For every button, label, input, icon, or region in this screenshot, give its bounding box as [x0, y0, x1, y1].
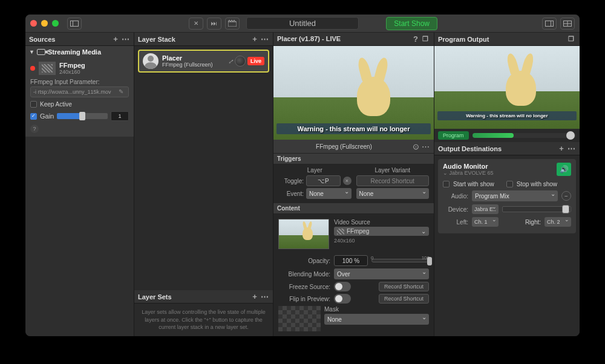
start-with-show-checkbox[interactable]: [443, 181, 450, 187]
video-source-value: FFmpeg: [347, 228, 369, 235]
variant-column-header: Layer Variant: [356, 167, 430, 174]
snapshot-button[interactable]: ⊙: [411, 141, 420, 151]
layer-stack-more-button[interactable]: ⋯: [260, 34, 269, 44]
source-item[interactable]: FFmpeg 240x160 FFmpeg Input Parameter: ✎…: [25, 58, 134, 137]
opacity-value[interactable]: 100 %: [334, 255, 368, 266]
minimize-window-button[interactable]: [41, 20, 48, 27]
output-header: Program Output ❐: [434, 33, 580, 46]
audio-src-dropdown[interactable]: Program Mix: [472, 190, 558, 201]
blend-dropdown[interactable]: Over: [334, 268, 429, 279]
opacity-slider[interactable]: 0 100: [371, 259, 429, 262]
ffmpeg-param-input[interactable]: [33, 89, 119, 95]
left-ch-dropdown[interactable]: Ch. 1: [472, 217, 499, 227]
layer-sets-more-button[interactable]: ⋯: [260, 292, 269, 302]
layer-card[interactable]: Placer FFmpeg (Fullscreen) ⤢ Live: [138, 50, 269, 73]
source-thumbnail: [39, 62, 56, 75]
app-window: ✕ ⏭ Untitled Start Show Sources +: [25, 15, 580, 336]
program-chip[interactable]: Program: [438, 131, 469, 140]
sources-more-button[interactable]: ⋯: [120, 34, 130, 44]
clapboard-button[interactable]: [225, 18, 240, 30]
content-header: Content: [273, 203, 434, 214]
layout-2-button[interactable]: [560, 18, 575, 30]
layer-bar-more-button[interactable]: ⋯: [420, 141, 430, 151]
layer-stack-panel: Layer Stack + ⋯ Placer FFmpeg (Fullscree…: [134, 33, 273, 336]
edit-icon[interactable]: ✎: [119, 88, 126, 96]
placer-preview[interactable]: Warning - this stream will no longer: [273, 46, 434, 140]
layer-sub: FFmpeg (Fullscreen): [162, 62, 213, 68]
placer-help-button[interactable]: ?: [411, 34, 420, 44]
gain-slider[interactable]: [57, 113, 108, 119]
audio-monitor-title: Audio Monitor: [443, 163, 493, 170]
output-popout-button[interactable]: ❐: [566, 34, 576, 44]
keep-active-checkbox[interactable]: [30, 101, 37, 108]
zoom-window-button[interactable]: [52, 20, 59, 27]
source-dims: 240x160: [334, 238, 429, 244]
layout-icon: [545, 21, 554, 27]
layer-sets-title: Layer Sets: [138, 293, 172, 301]
flip-toggle[interactable]: [334, 294, 351, 304]
event-label: Event:: [278, 190, 304, 197]
mask-dropdown[interactable]: None: [324, 314, 429, 325]
mask-label: Mask: [324, 306, 429, 313]
video-source-label: Video Source: [334, 219, 429, 226]
program-output-preview[interactable]: Warning - this stream will no longer: [434, 46, 580, 129]
close-window-button[interactable]: [30, 20, 37, 27]
variant-event-dropdown[interactable]: None: [356, 188, 430, 199]
destinations-header: Output Destinations + ⋯: [434, 142, 580, 155]
stop-with-show-checkbox[interactable]: [506, 181, 513, 187]
left-ch-label: Left:: [443, 219, 468, 226]
toggle-shortcut-field[interactable]: ⌥P: [306, 175, 341, 186]
layer-sets-header: Layer Sets + ⋯: [134, 290, 273, 304]
add-layer-set-button[interactable]: +: [250, 292, 260, 302]
video-source-dropdown[interactable]: FFmpeg ⌄: [334, 227, 429, 236]
disclosure-triangle-icon: ▼: [29, 49, 34, 55]
device-dropdown[interactable]: Jabra E..: [472, 204, 499, 214]
destinations-more-button[interactable]: ⋯: [566, 144, 576, 154]
freeze-toggle[interactable]: [334, 282, 351, 291]
active-layer-name: FFmpeg (Fullscreen): [316, 143, 372, 150]
sources-header: Sources + ⋯: [25, 33, 134, 46]
source-group-header[interactable]: ▼ Streaming Media: [25, 46, 134, 58]
device-label: Device:: [443, 206, 468, 213]
layout-1-button[interactable]: [542, 18, 557, 30]
remove-audio-button[interactable]: −: [561, 191, 571, 201]
audio-meter[interactable]: [473, 133, 576, 138]
volume-knob[interactable]: [235, 56, 246, 67]
placer-popout-button[interactable]: ❐: [420, 34, 430, 44]
speaker-button[interactable]: 🔊: [557, 163, 571, 176]
help-button[interactable]: ?: [30, 125, 39, 133]
param-input-wrap: ✎: [30, 86, 129, 97]
cut-button[interactable]: ✕: [189, 18, 203, 30]
opacity-label: Opacity:: [278, 258, 330, 264]
source-group-label: Streaming Media: [48, 48, 101, 56]
source-group: ▼ Streaming Media FFmpeg 240x160 FFmpeg …: [25, 46, 134, 137]
placer-header: Placer (v1.87) - LIVE ? ❐: [273, 33, 434, 46]
skip-button[interactable]: ⏭: [207, 18, 221, 30]
add-destination-button[interactable]: +: [557, 144, 566, 154]
device-volume-slider[interactable]: [502, 206, 571, 212]
freeze-record-shortcut-button[interactable]: Record Shortcut: [379, 282, 429, 291]
sidebar-toggle-button[interactable]: [67, 18, 82, 30]
layer-stack-title: Layer Stack: [138, 36, 175, 43]
avatar-icon: [143, 53, 159, 69]
document-title[interactable]: Untitled: [246, 17, 359, 30]
start-show-button[interactable]: Start Show: [386, 17, 437, 30]
live-badge[interactable]: Live: [247, 57, 264, 65]
chevron-down-icon: ⌄: [421, 228, 426, 235]
source-dimensions: 240x160: [59, 69, 85, 75]
variant-shortcut-field[interactable]: Record Shortcut: [356, 175, 430, 186]
right-ch-dropdown[interactable]: Ch. 2: [544, 217, 571, 227]
content-thumbnail[interactable]: [278, 219, 329, 249]
audio-device-sub: Jabra EVOLVE 65: [450, 170, 494, 176]
clear-shortcut-button[interactable]: ×: [343, 177, 352, 185]
add-source-button[interactable]: +: [111, 34, 120, 44]
start-with-show-label: Start with show: [453, 181, 494, 187]
toggle-label: Toggle:: [278, 178, 304, 184]
output-warning: Warning - this stream will no longer: [437, 111, 577, 120]
add-layer-button[interactable]: +: [250, 34, 260, 44]
event-dropdown[interactable]: None: [306, 188, 352, 199]
flip-record-shortcut-button[interactable]: Record Shortcut: [379, 294, 429, 304]
gain-value[interactable]: 1: [111, 111, 129, 121]
gain-checkbox[interactable]: [30, 113, 37, 120]
output-panel: Program Output ❐ Warning - this stream w…: [434, 33, 580, 336]
